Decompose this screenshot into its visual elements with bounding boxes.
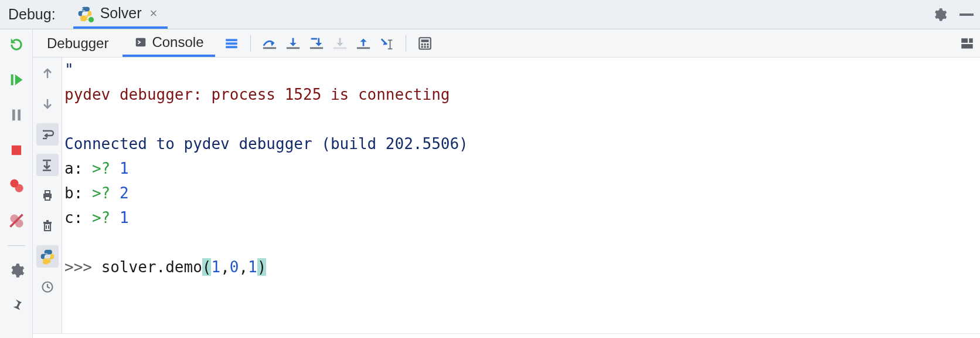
scroll-up-icon[interactable] bbox=[36, 62, 59, 84]
mute-breakpoints-icon[interactable] bbox=[5, 209, 28, 232]
svg-point-7 bbox=[15, 184, 23, 192]
separator bbox=[8, 245, 25, 246]
input-a-label: a: bbox=[64, 160, 92, 177]
repl-comma1: , bbox=[220, 258, 230, 276]
step-out-icon[interactable] bbox=[353, 33, 374, 54]
svg-rect-35 bbox=[427, 46, 429, 48]
svg-rect-44 bbox=[43, 170, 51, 171]
svg-rect-36 bbox=[961, 38, 968, 43]
input-a-prompt: >? bbox=[92, 160, 120, 177]
tab-console[interactable]: Console bbox=[122, 29, 215, 57]
close-tab-icon[interactable]: × bbox=[150, 6, 158, 21]
threads-view-icon[interactable] bbox=[221, 33, 242, 54]
svg-rect-24 bbox=[357, 47, 370, 49]
repl-arg2: 0 bbox=[230, 258, 239, 276]
input-c-prompt: >? bbox=[92, 209, 120, 227]
debugger-settings-icon[interactable] bbox=[5, 259, 28, 282]
tab-debugger[interactable]: Debugger bbox=[35, 29, 120, 57]
console-output[interactable]: " pydev debugger: process 1525 is connec… bbox=[62, 58, 980, 333]
browse-history-icon[interactable] bbox=[36, 276, 59, 298]
separator bbox=[406, 35, 406, 52]
debug-panel-header: Debug: Solver × bbox=[0, 0, 980, 29]
run-controls-column bbox=[0, 29, 33, 338]
pin-icon[interactable] bbox=[5, 294, 28, 317]
svg-point-0 bbox=[81, 8, 83, 9]
svg-rect-42 bbox=[43, 160, 51, 161]
python-file-icon bbox=[77, 5, 93, 22]
svg-rect-5 bbox=[11, 146, 21, 155]
debug-toolbar: Debugger Console bbox=[33, 29, 980, 58]
repl-close-paren: ) bbox=[257, 258, 267, 276]
panel-title: Debug: bbox=[8, 6, 56, 23]
tab-console-label: Console bbox=[152, 34, 203, 50]
scroll-to-end-icon[interactable] bbox=[36, 154, 59, 176]
svg-rect-22 bbox=[334, 47, 346, 49]
svg-rect-17 bbox=[287, 47, 300, 49]
svg-rect-37 bbox=[969, 38, 973, 43]
step-over-icon[interactable] bbox=[259, 33, 280, 54]
input-b-prompt: >? bbox=[92, 184, 120, 202]
svg-rect-3 bbox=[12, 110, 15, 121]
input-b-value: 2 bbox=[120, 184, 129, 202]
svg-rect-51 bbox=[43, 222, 52, 224]
right-pane: Debugger Console bbox=[33, 29, 980, 338]
clear-all-icon[interactable] bbox=[36, 215, 59, 237]
resume-icon[interactable] bbox=[5, 68, 28, 92]
repl-arg3: 1 bbox=[248, 258, 257, 276]
print-icon[interactable] bbox=[36, 184, 59, 207]
svg-rect-30 bbox=[421, 43, 423, 45]
svg-rect-2 bbox=[11, 75, 13, 86]
svg-rect-31 bbox=[424, 43, 426, 45]
run-to-cursor-icon[interactable] bbox=[376, 33, 397, 54]
svg-rect-18 bbox=[311, 38, 317, 39]
separator bbox=[250, 35, 251, 52]
debug-panel-body: Debugger Console bbox=[0, 29, 980, 338]
svg-rect-46 bbox=[45, 191, 50, 194]
show-python-prompt-icon[interactable] bbox=[36, 245, 59, 268]
svg-rect-33 bbox=[421, 46, 423, 48]
console-tab-icon bbox=[134, 36, 147, 49]
layout-settings-icon[interactable] bbox=[957, 33, 978, 54]
rerun-icon[interactable] bbox=[5, 33, 28, 56]
svg-rect-47 bbox=[45, 197, 50, 200]
status-strip bbox=[33, 333, 980, 338]
repl-arg1: 1 bbox=[211, 258, 220, 276]
console-line: " bbox=[64, 61, 74, 79]
step-into-icon[interactable] bbox=[283, 33, 304, 54]
console-body-row: " pydev debugger: process 1525 is connec… bbox=[33, 58, 980, 333]
console-connecting-line: pydev debugger: process 1525 is connecti… bbox=[64, 86, 450, 103]
scroll-down-icon[interactable] bbox=[36, 93, 59, 115]
svg-rect-12 bbox=[226, 39, 238, 41]
force-step-into-icon bbox=[329, 33, 351, 54]
hide-panel-icon[interactable] bbox=[953, 1, 980, 28]
stop-icon[interactable] bbox=[5, 138, 28, 162]
evaluate-expression-icon[interactable] bbox=[414, 33, 435, 54]
svg-rect-15 bbox=[263, 47, 276, 49]
repl-open-paren: ( bbox=[202, 258, 212, 276]
gear-icon[interactable] bbox=[926, 1, 953, 28]
run-config-tab-label: Solver bbox=[100, 5, 142, 22]
repl-dot: . bbox=[156, 258, 166, 276]
tab-debugger-label: Debugger bbox=[47, 35, 108, 52]
console-connected-line: Connected to pydev debugger (build 202.5… bbox=[64, 135, 468, 153]
svg-rect-4 bbox=[18, 110, 21, 121]
input-a-value: 1 bbox=[120, 160, 129, 177]
repl-prompt: >>> bbox=[64, 258, 101, 276]
svg-rect-32 bbox=[427, 43, 429, 45]
svg-rect-29 bbox=[421, 39, 429, 42]
repl-comma2: , bbox=[239, 258, 248, 276]
svg-rect-34 bbox=[424, 46, 426, 48]
run-config-tab[interactable]: Solver × bbox=[73, 0, 168, 29]
svg-rect-20 bbox=[310, 47, 323, 49]
input-c-label: c: bbox=[64, 209, 92, 227]
console-gutter bbox=[33, 58, 62, 333]
svg-rect-14 bbox=[226, 46, 238, 48]
pause-icon[interactable] bbox=[5, 103, 28, 127]
soft-wrap-icon[interactable] bbox=[36, 123, 59, 146]
input-c-value: 1 bbox=[120, 209, 129, 227]
svg-rect-52 bbox=[46, 220, 49, 222]
repl-function: demo bbox=[165, 258, 202, 276]
svg-rect-38 bbox=[961, 44, 973, 49]
step-into-my-code-icon[interactable] bbox=[306, 33, 327, 54]
view-breakpoints-icon[interactable] bbox=[5, 174, 28, 197]
